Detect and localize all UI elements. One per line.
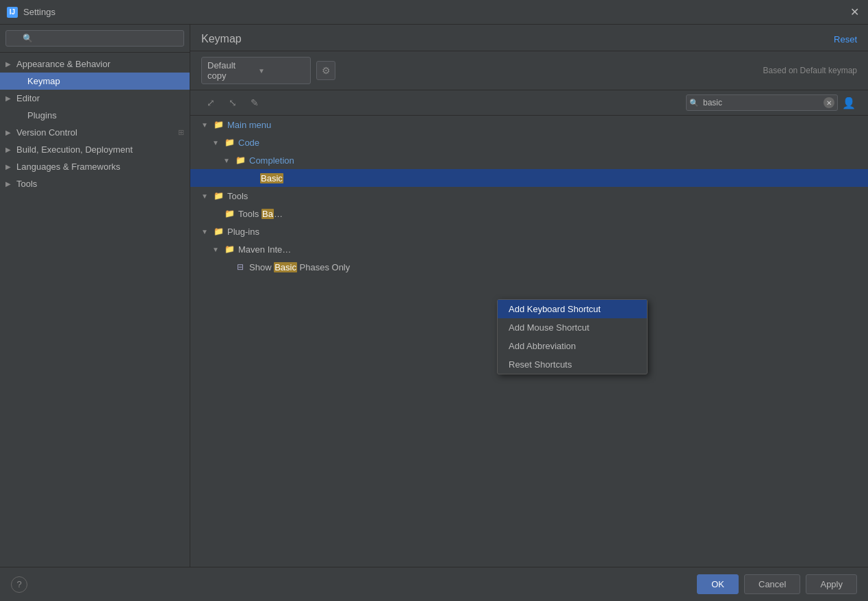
expand-all-button[interactable]: ⤢	[201, 94, 220, 111]
app-icon: IJ	[7, 7, 18, 18]
sidebar-item-label-editor: Editor	[16, 93, 40, 103]
tree-row-tools-ba[interactable]: 📁 Tools Ba…	[190, 205, 868, 222]
cancel-button[interactable]: Cancel	[744, 574, 800, 594]
clear-search-button[interactable]: ✕	[824, 97, 834, 108]
folder-icon-code: 📁	[223, 137, 235, 148]
edit-icon: ✎	[251, 97, 259, 108]
context-menu-item-add-keyboard[interactable]: Add Keyboard Shortcut	[498, 300, 647, 318]
find-icon: 👤	[842, 97, 856, 110]
collapse-all-icon: ⤡	[229, 97, 237, 108]
no-icon-basic	[245, 172, 257, 183]
highlight-basic: Basic	[260, 173, 283, 183]
sidebar-search-input[interactable]	[5, 30, 184, 47]
bottom-buttons: OK Cancel Apply	[697, 574, 857, 594]
collapse-all-button[interactable]: ⤡	[223, 94, 242, 111]
help-button[interactable]: ?	[11, 576, 27, 593]
tree-label-tools-ba: Tools Ba…	[238, 209, 283, 219]
tree-search-box: 🔍 ✕	[686, 94, 838, 111]
folder-icon-plugins: 📁	[212, 226, 225, 237]
help-icon: ?	[16, 579, 21, 589]
tree-label-basic: Basic	[260, 173, 283, 183]
main-content: ▶ Appearance & Behavior Keymap ▶ Editor …	[0, 25, 868, 567]
sidebar-item-build[interactable]: ▶ Build, Execution, Deployment	[0, 141, 190, 158]
sidebar-item-label-appearance: Appearance & Behavior	[16, 59, 110, 69]
title-bar: IJ Settings ✕	[0, 0, 868, 25]
sidebar-item-editor[interactable]: ▶ Editor	[0, 90, 190, 107]
folder-icon-completion: 📁	[234, 155, 246, 166]
tree-arrow-plugins: ▼	[201, 228, 212, 235]
nav-arrow-appearance: ▶	[5, 60, 16, 68]
folder-icon-main-menu: 📁	[212, 119, 225, 130]
tree-arrow-main-menu: ▼	[201, 121, 212, 129]
tree-search-input[interactable]	[700, 97, 824, 109]
sidebar-item-plugins[interactable]: Plugins	[0, 107, 190, 124]
sidebar-search-wrapper	[5, 30, 184, 47]
tree-row-plugins[interactable]: ▼ 📁 Plug-ins	[190, 222, 868, 240]
sidebar-item-label-tools: Tools	[16, 179, 37, 189]
sidebar-item-keymap[interactable]: Keymap	[0, 73, 190, 90]
tree-label-show-basic: Show Basic Phases Only	[249, 262, 350, 272]
apply-button[interactable]: Apply	[806, 574, 857, 594]
tree-label-plugins: Plug-ins	[227, 227, 259, 237]
find-in-tree-button[interactable]: 👤	[841, 94, 857, 111]
tree-arrow-tools: ▼	[201, 192, 212, 200]
context-menu-item-reset-shortcuts[interactable]: Reset Shortcuts	[498, 355, 647, 374]
chevron-down-icon: ▼	[258, 67, 305, 75]
tree-label-main-menu: Main menu	[227, 120, 271, 130]
tree-arrow-code: ▼	[212, 139, 223, 146]
panel-title: Keymap	[201, 33, 242, 45]
reset-link[interactable]: Reset	[834, 34, 857, 44]
bottom-bar: ? OK Cancel Apply	[0, 567, 868, 601]
tree-label-tools: Tools	[227, 191, 248, 201]
context-menu-item-add-mouse[interactable]: Add Mouse Shortcut	[498, 318, 647, 337]
nav-arrow-version-control: ▶	[5, 129, 16, 136]
edit-button[interactable]: ✎	[245, 94, 264, 111]
close-button[interactable]: ✕	[847, 5, 861, 19]
keymap-based-label: Based on Default keymap	[763, 66, 857, 75]
sidebar-search-box	[0, 25, 190, 53]
keymap-controls: Default copy ▼ ⚙ Based on Default keymap	[190, 51, 868, 90]
context-menu: Add Keyboard Shortcut Add Mouse Shortcut…	[497, 299, 648, 374]
sidebar-item-languages[interactable]: ▶ Languages & Frameworks	[0, 158, 190, 175]
highlight-show-basic: Basic	[274, 262, 297, 272]
sidebar-item-label-plugins: Plugins	[16, 110, 57, 120]
tree-row-tools[interactable]: ▼ 📁 Tools	[190, 187, 868, 205]
sidebar-item-label-keymap: Keymap	[16, 76, 60, 86]
nav-arrow-tools: ▶	[5, 180, 16, 188]
panel-header: Keymap Reset	[190, 25, 868, 51]
tree-label-completion: Completion	[249, 155, 294, 166]
expand-all-icon: ⤢	[207, 97, 215, 108]
folder-icon-maven: 📁	[223, 244, 235, 255]
nav-arrow-languages: ▶	[5, 163, 16, 170]
tree-row-show-basic[interactable]: ⊟ Show Basic Phases Only	[190, 258, 868, 276]
sidebar-item-tools[interactable]: ▶ Tools	[0, 175, 190, 192]
tree-row-completion[interactable]: ▼ 📁 Completion	[190, 151, 868, 169]
sidebar-item-label-build: Build, Execution, Deployment	[16, 144, 133, 155]
tree-toolbar: ⤢ ⤡ ✎ 🔍 ✕ 👤	[190, 90, 868, 116]
tree-arrow-completion: ▼	[223, 157, 234, 164]
sidebar-item-label-languages: Languages & Frameworks	[16, 162, 120, 172]
sidebar-nav: ▶ Appearance & Behavior Keymap ▶ Editor …	[0, 53, 190, 567]
tree-row-main-menu[interactable]: ▼ 📁 Main menu	[190, 116, 868, 133]
sidebar-item-label-version-control: Version Control	[16, 127, 77, 138]
folder-icon-tools-ba: 📁	[223, 208, 235, 219]
sidebar: ▶ Appearance & Behavior Keymap ▶ Editor …	[0, 25, 190, 567]
gear-icon: ⚙	[322, 65, 331, 76]
tree-arrow-maven: ▼	[212, 246, 223, 253]
highlight-ba: Ba	[261, 209, 274, 219]
keymap-dropdown[interactable]: Default copy ▼	[201, 57, 311, 84]
search-icon: 🔍	[689, 99, 699, 107]
right-panel: Keymap Reset Default copy ▼ ⚙ Based on D…	[190, 25, 868, 567]
filter-icon-show-basic: ⊟	[234, 261, 246, 272]
tree-content: ▼ 📁 Main menu ▼ 📁 Code ▼ 📁 Completion Ba…	[190, 116, 868, 567]
sidebar-item-version-control[interactable]: ▶ Version Control ⊞	[0, 124, 190, 141]
nav-arrow-editor: ▶	[5, 94, 16, 102]
tree-row-basic[interactable]: Basic	[190, 169, 868, 187]
context-menu-item-add-abbreviation[interactable]: Add Abbreviation	[498, 337, 647, 355]
tree-row-maven[interactable]: ▼ 📁 Maven Inte…	[190, 240, 868, 258]
tree-row-code[interactable]: ▼ 📁 Code	[190, 133, 868, 151]
sidebar-item-appearance[interactable]: ▶ Appearance & Behavior	[0, 55, 190, 73]
tree-label-code: Code	[238, 138, 259, 148]
gear-button[interactable]: ⚙	[316, 61, 335, 80]
ok-button[interactable]: OK	[697, 574, 739, 594]
